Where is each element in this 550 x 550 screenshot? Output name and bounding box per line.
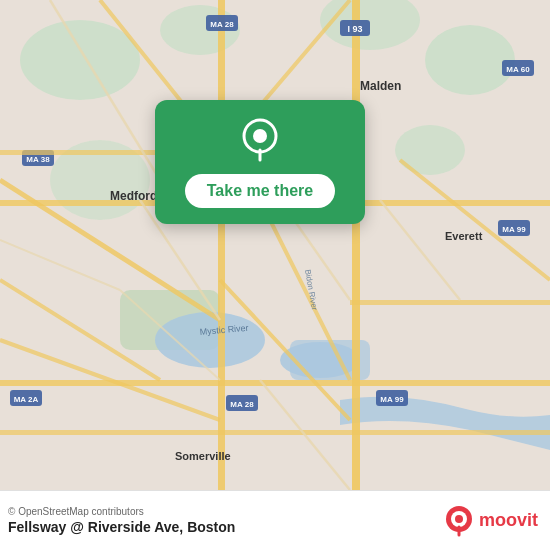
svg-text:MA 60: MA 60 <box>506 65 530 74</box>
bottom-bar: © OpenStreetMap contributors Fellsway @ … <box>0 490 550 550</box>
svg-point-8 <box>155 312 265 368</box>
svg-point-4 <box>425 25 515 95</box>
svg-rect-33 <box>350 300 550 305</box>
attribution-text: © OpenStreetMap contributors <box>8 506 235 517</box>
svg-text:Medford: Medford <box>110 189 157 203</box>
svg-text:I 93: I 93 <box>347 24 362 34</box>
svg-text:Somerville: Somerville <box>175 450 231 462</box>
moovit-brand-text: moovit <box>479 510 538 531</box>
svg-point-5 <box>395 125 465 175</box>
svg-text:MA 28: MA 28 <box>230 400 254 409</box>
svg-rect-14 <box>218 0 225 490</box>
svg-text:MA 99: MA 99 <box>380 395 404 404</box>
take-me-there-button[interactable]: Take me there <box>185 174 335 208</box>
svg-text:MA 38: MA 38 <box>26 155 50 164</box>
map-container: I 93 MA 28 MA 28 MA 38 MA 60 MA 99 MA 99… <box>0 0 550 490</box>
svg-text:Everett: Everett <box>445 230 483 242</box>
pin-icon <box>238 118 282 162</box>
svg-text:MA 28: MA 28 <box>210 20 234 29</box>
moovit-brand-icon <box>443 505 475 537</box>
svg-rect-32 <box>0 430 550 435</box>
svg-text:MA 99: MA 99 <box>502 225 526 234</box>
svg-point-59 <box>455 515 463 523</box>
svg-text:Malden: Malden <box>360 79 401 93</box>
location-card: Take me there <box>155 100 365 224</box>
svg-text:MA 2A: MA 2A <box>14 395 39 404</box>
moovit-logo: moovit <box>443 505 538 537</box>
location-name: Fellsway @ Riverside Ave, Boston <box>8 519 235 535</box>
svg-rect-31 <box>0 380 550 386</box>
svg-point-56 <box>253 129 267 143</box>
svg-point-1 <box>20 20 140 100</box>
svg-rect-11 <box>352 0 360 490</box>
bottom-left: © OpenStreetMap contributors Fellsway @ … <box>8 506 235 535</box>
